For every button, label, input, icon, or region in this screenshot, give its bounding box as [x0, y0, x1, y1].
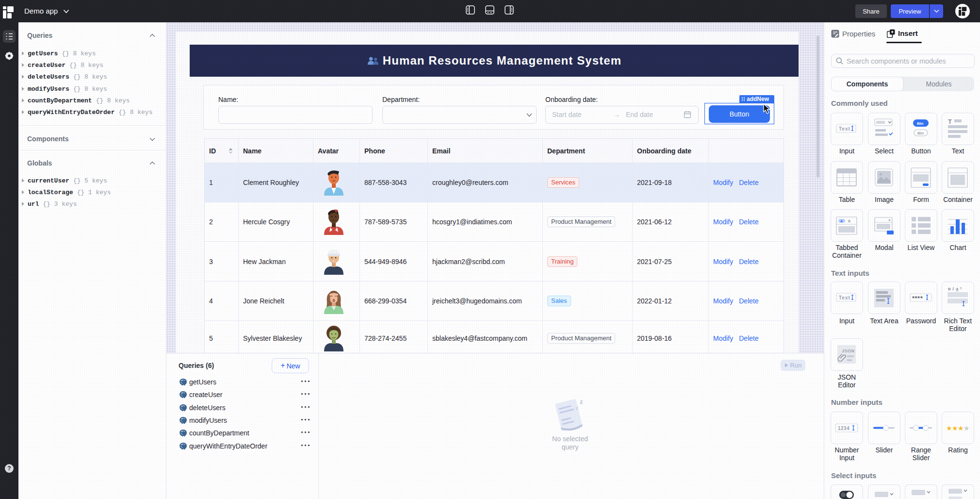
svg-text:★: ★: [946, 424, 952, 432]
svg-text:A: A: [956, 287, 959, 291]
svg-text:¶: ¶: [960, 287, 962, 290]
svg-text:JSON: JSON: [842, 349, 855, 353]
svg-text:Text: Text: [839, 295, 850, 300]
svg-text:×: ×: [888, 218, 891, 222]
svg-text:z: z: [580, 398, 583, 405]
svg-text:★: ★: [964, 424, 970, 432]
svg-text:T: T: [948, 118, 952, 125]
svg-text:1234: 1234: [838, 426, 849, 431]
svg-text:Btn: Btn: [917, 131, 924, 135]
svg-text:Text: Text: [839, 126, 850, 132]
svg-text:Btn: Btn: [917, 121, 923, 126]
svg-text:****: ****: [912, 295, 923, 302]
svg-text:★: ★: [952, 424, 958, 432]
svg-text:B: B: [848, 219, 850, 223]
svg-text:I: I: [952, 287, 954, 291]
svg-text:B: B: [948, 287, 951, 291]
svg-text:★: ★: [958, 424, 964, 432]
svg-text:A: A: [840, 219, 843, 223]
svg-text:z: z: [576, 405, 578, 411]
